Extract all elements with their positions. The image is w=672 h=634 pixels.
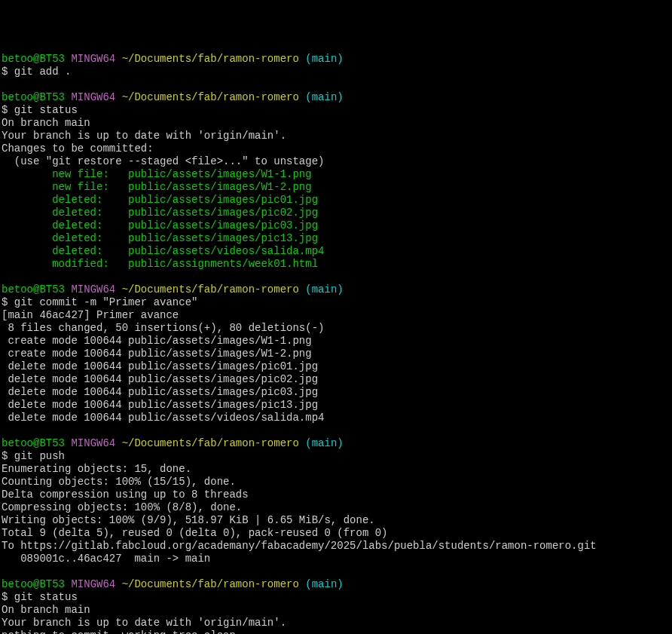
staged-file: deleted: public/assets/images/pic02.jpg (2, 207, 670, 219)
output-line: delete mode 100644 public/assets/videos/… (2, 412, 670, 424)
command-line: $ git commit -m "Primer avance" (2, 296, 670, 309)
output-line: 089001c..46ac427 main -> main (2, 553, 670, 565)
staged-file: deleted: public/assets/videos/salida.mp4 (2, 245, 670, 258)
output-line: create mode 100644 public/assets/images/… (2, 348, 670, 360)
prompt-line: betoo@BT53 MINGW64 ~/Documents/fab/ramon… (2, 53, 670, 66)
staged-file: deleted: public/assets/images/pic01.jpg (2, 194, 670, 207)
output-line: Your branch is up to date with 'origin/m… (2, 617, 670, 629)
staged-file: deleted: public/assets/images/pic03.jpg (2, 219, 670, 232)
staged-file: new file: public/assets/images/W1-2.png (2, 181, 670, 194)
prompt-line: betoo@BT53 MINGW64 ~/Documents/fab/ramon… (2, 283, 670, 296)
output-line: Enumerating objects: 15, done. (2, 463, 670, 476)
command-line: $ git status (2, 104, 670, 117)
output-line: (use "git restore --staged <file>..." to… (2, 155, 670, 168)
output-line: Changes to be committed: (2, 142, 670, 155)
output-line: [main 46ac427] Primer avance (2, 309, 670, 322)
output-line: delete mode 100644 public/assets/images/… (2, 373, 670, 386)
output-line: nothing to commit, working tree clean (2, 629, 670, 634)
prompt-line: betoo@BT53 MINGW64 ~/Documents/fab/ramon… (2, 578, 670, 591)
output-line: To https://gitlab.fabcloud.org/academany… (2, 540, 670, 553)
output-line: delete mode 100644 public/assets/images/… (2, 360, 670, 373)
terminal-output[interactable]: betoo@BT53 MINGW64 ~/Documents/fab/ramon… (2, 53, 670, 634)
output-line: Writing objects: 100% (9/9), 518.97 KiB … (2, 514, 670, 527)
output-line: Total 9 (delta 5), reused 0 (delta 0), p… (2, 527, 670, 540)
prompt-line: betoo@BT53 MINGW64 ~/Documents/fab/ramon… (2, 437, 670, 450)
output-line: delete mode 100644 public/assets/images/… (2, 386, 670, 399)
output-line: delete mode 100644 public/assets/images/… (2, 399, 670, 412)
command-line: $ git push (2, 450, 670, 463)
command-line: $ git add . (2, 66, 670, 78)
output-line: Compressing objects: 100% (8/8), done. (2, 501, 670, 514)
output-line: Delta compression using up to 8 threads (2, 489, 670, 501)
output-line: On branch main (2, 117, 670, 130)
output-line: On branch main (2, 604, 670, 617)
output-line: Your branch is up to date with 'origin/m… (2, 130, 670, 142)
command-line: $ git status (2, 591, 670, 604)
staged-file: new file: public/assets/images/W1-1.png (2, 168, 670, 181)
output-line: Counting objects: 100% (15/15), done. (2, 476, 670, 489)
staged-file: modified: public/assignments/week01.html (2, 258, 670, 271)
output-line: create mode 100644 public/assets/images/… (2, 335, 670, 348)
prompt-line: betoo@BT53 MINGW64 ~/Documents/fab/ramon… (2, 91, 670, 104)
staged-file: deleted: public/assets/images/pic13.jpg (2, 232, 670, 245)
output-line: 8 files changed, 50 insertions(+), 80 de… (2, 322, 670, 335)
